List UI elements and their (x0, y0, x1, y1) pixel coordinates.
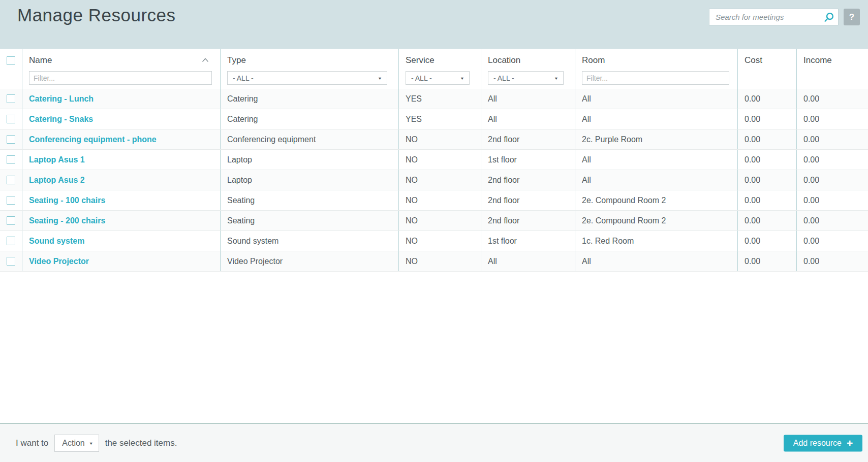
table-row: Catering - Lunch Catering YES All All 0.… (0, 89, 868, 109)
cell-type: Catering (221, 109, 399, 129)
dropdown-arrow-icon: ▼ (378, 76, 382, 80)
table-body: Catering - Lunch Catering YES All All 0.… (0, 89, 868, 272)
column-header-name: Name (22, 49, 221, 89)
cell-cost: 0.00 (738, 109, 797, 129)
search-icon[interactable] (824, 12, 834, 22)
type-filter-select[interactable]: - ALL - ▼ (227, 71, 387, 85)
cell-type: Conferencing equipment (221, 129, 399, 149)
add-resource-label: Add resource (793, 439, 842, 448)
resource-name-link[interactable]: Catering - Lunch (29, 94, 94, 104)
plus-icon: + (847, 437, 853, 448)
location-filter-select[interactable]: - ALL - ▼ (488, 71, 564, 85)
cell-name: Catering - Snaks (22, 109, 221, 129)
cell-service: NO (399, 211, 481, 230)
column-label[interactable]: Name (29, 55, 215, 65)
cell-room: 1c. Red Room (575, 231, 738, 251)
cell-type: Video Projector (221, 251, 399, 271)
cell-room: All (575, 251, 738, 271)
column-header-room: Room (575, 49, 738, 89)
column-label[interactable]: Income (803, 55, 863, 65)
cell-room: All (575, 150, 738, 170)
column-header-cost: Cost (738, 49, 797, 89)
cell-service: NO (399, 170, 481, 190)
column-label[interactable]: Type (227, 55, 393, 65)
column-header-type: Type - ALL - ▼ (221, 49, 399, 89)
cell-room: 2c. Purple Room (575, 129, 738, 149)
header-checkbox-cell (0, 49, 22, 89)
row-checkbox[interactable] (7, 237, 15, 245)
table-row: Seating - 200 chairs Seating NO 2nd floo… (0, 211, 868, 231)
row-checkbox-cell (0, 231, 22, 251)
cell-location: 1st floor (481, 150, 575, 170)
cell-cost: 0.00 (738, 251, 797, 271)
cell-cost: 0.00 (738, 129, 797, 149)
help-button[interactable]: ? (844, 9, 860, 25)
cell-service: YES (399, 89, 481, 109)
cell-income: 0.00 (797, 251, 868, 271)
row-checkbox[interactable] (7, 196, 15, 205)
cell-name: Seating - 100 chairs (22, 190, 221, 210)
row-checkbox[interactable] (7, 176, 15, 184)
resource-name-link[interactable]: Laptop Asus 2 (29, 176, 85, 185)
resource-name-link[interactable]: Catering - Snaks (29, 115, 93, 124)
room-filter-input[interactable] (582, 71, 729, 85)
cell-room: All (575, 109, 738, 129)
name-filter-input[interactable] (29, 71, 212, 85)
cell-room: All (575, 170, 738, 190)
cell-cost: 0.00 (738, 170, 797, 190)
table-row: Video Projector Video Projector NO All A… (0, 251, 868, 272)
cell-cost: 0.00 (738, 231, 797, 251)
cell-income: 0.00 (797, 129, 868, 149)
service-filter-select[interactable]: - ALL - ▼ (406, 71, 470, 85)
resource-name-link[interactable]: Seating - 200 chairs (29, 216, 105, 225)
cell-income: 0.00 (797, 231, 868, 251)
row-checkbox[interactable] (7, 216, 15, 225)
row-checkbox[interactable] (7, 94, 15, 103)
cell-location: All (481, 89, 575, 109)
cell-cost: 0.00 (738, 190, 797, 210)
row-checkbox-cell (0, 109, 22, 129)
column-label[interactable]: Location (488, 55, 570, 65)
table-row: Laptop Asus 2 Laptop NO 2nd floor All 0.… (0, 170, 868, 190)
dropdown-arrow-icon: ▼ (554, 76, 559, 80)
search-input[interactable] (709, 9, 839, 25)
resource-name-link[interactable]: Sound system (29, 237, 84, 246)
cell-service: NO (399, 129, 481, 149)
add-resource-button[interactable]: Add resource + (784, 435, 862, 451)
resource-name-link[interactable]: Conferencing equipment - phone (29, 135, 157, 144)
cell-location: 2nd floor (481, 170, 575, 190)
select-value: - ALL - (411, 74, 432, 82)
row-checkbox-cell (0, 190, 22, 210)
row-checkbox[interactable] (7, 115, 15, 123)
column-label[interactable]: Room (582, 55, 732, 65)
row-checkbox[interactable] (7, 155, 15, 164)
cell-income: 0.00 (797, 190, 868, 210)
action-select[interactable]: Action ▼ (54, 435, 99, 452)
cell-room: 2e. Compound Room 2 (575, 190, 738, 210)
resource-name-link[interactable]: Video Projector (29, 257, 89, 266)
table-row: Laptop Asus 1 Laptop NO 1st floor All 0.… (0, 150, 868, 170)
cell-type: Catering (221, 89, 399, 109)
column-header-location: Location - ALL - ▼ (481, 49, 575, 89)
row-checkbox[interactable] (7, 257, 15, 266)
resource-name-link[interactable]: Laptop Asus 1 (29, 155, 85, 164)
cell-type: Laptop (221, 150, 399, 170)
cell-name: Video Projector (22, 251, 221, 271)
cell-service: NO (399, 190, 481, 210)
bulk-action-bar: I want to Action ▼ the selected items. A… (0, 423, 868, 462)
row-checkbox-cell (0, 170, 22, 190)
table-header: Name Type - ALL - ▼ Service - ALL - ▼ Lo… (0, 49, 868, 89)
column-label[interactable]: Cost (745, 55, 791, 65)
cell-type: Sound system (221, 231, 399, 251)
cell-location: All (481, 251, 575, 271)
select-value: Action (62, 439, 84, 448)
row-checkbox[interactable] (7, 135, 15, 144)
row-checkbox-cell (0, 150, 22, 170)
cell-service: NO (399, 231, 481, 251)
resource-name-link[interactable]: Seating - 100 chairs (29, 196, 105, 205)
sort-ascending-icon[interactable] (202, 58, 209, 62)
select-all-checkbox[interactable] (7, 56, 15, 65)
row-checkbox-cell (0, 251, 22, 271)
column-label[interactable]: Service (406, 55, 476, 65)
page-header: Manage Resources ? (0, 0, 868, 49)
